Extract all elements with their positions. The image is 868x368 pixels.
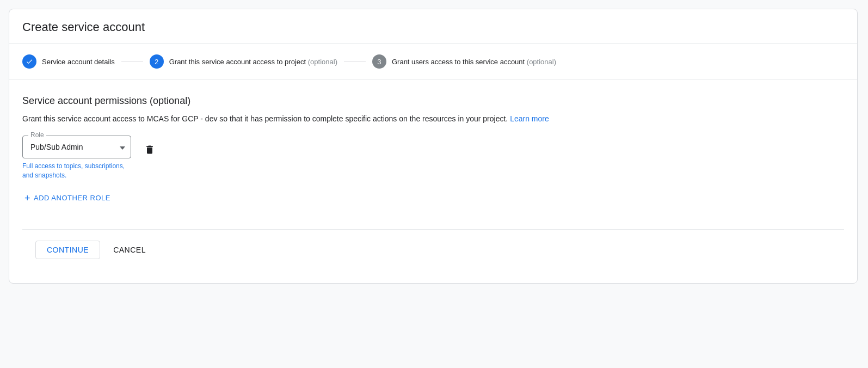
step-divider-1 [121, 62, 143, 62]
add-role-plus-icon: + [24, 193, 30, 203]
content-area: Service account permissions (optional) G… [9, 80, 857, 283]
step-1-icon [22, 54, 36, 69]
role-select[interactable]: Pub/Sub Admin [23, 136, 131, 158]
add-another-role-button[interactable]: + ADD ANOTHER ROLE [22, 189, 113, 207]
step-1: Service account details [22, 54, 115, 69]
role-row: Role Pub/Sub Admin Full access to topics… [22, 136, 844, 180]
role-description: Full access to topics, subscriptions, an… [22, 162, 131, 180]
page-container: Create service account Service account d… [9, 9, 858, 284]
add-role-label: ADD ANOTHER ROLE [34, 194, 110, 202]
step-1-label: Service account details [42, 58, 115, 66]
checkmark-icon [26, 58, 33, 65]
actions-bar: CONTINUE CANCEL [22, 229, 844, 270]
step-2-optional: (optional) [308, 58, 337, 66]
step-divider-2 [344, 62, 366, 62]
stepper-bar: Service account details 2 Grant this ser… [9, 44, 857, 80]
description-text: Grant this service account access to MCA… [22, 113, 844, 125]
cancel-button[interactable]: CANCEL [104, 241, 155, 259]
step-2-icon: 2 [150, 54, 164, 69]
step-3-optional: (optional) [527, 58, 556, 66]
continue-button[interactable]: CONTINUE [35, 241, 100, 259]
step-3: 3 Grant users access to this service acc… [372, 54, 556, 69]
step-3-icon: 3 [372, 54, 386, 69]
section-title: Service account permissions (optional) [22, 95, 844, 107]
delete-role-button[interactable] [140, 140, 159, 160]
trash-icon [144, 144, 155, 155]
role-select-label: Role [28, 131, 46, 139]
step-2: 2 Grant this service account access to p… [150, 54, 337, 69]
page-title: Create service account [22, 20, 844, 34]
step-3-label: Grant users access to this service accou… [392, 58, 556, 66]
role-field-group: Role Pub/Sub Admin Full access to topics… [22, 136, 131, 180]
step-2-label: Grant this service account access to pro… [169, 58, 337, 66]
role-select-wrapper[interactable]: Role Pub/Sub Admin [22, 136, 131, 158]
learn-more-link[interactable]: Learn more [510, 114, 549, 123]
page-header: Create service account [9, 9, 857, 44]
